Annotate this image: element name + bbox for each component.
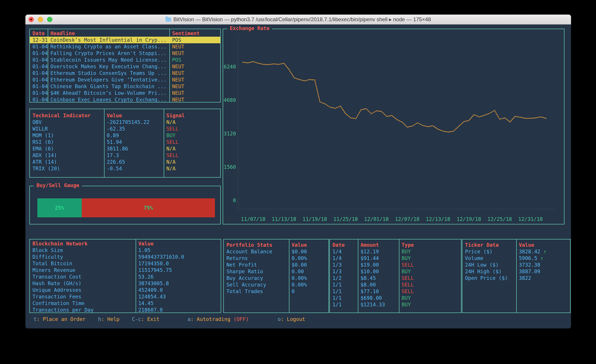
headlines-panel: Date Headline Sentiment 12-31 CoinDesk’s…: [29, 29, 221, 103]
titlebar[interactable]: BitVision — BitVision — python3.7 /usr/l…: [25, 15, 571, 24]
portfolio-stat-label: Net Profit: [224, 261, 289, 268]
headline-date[interactable]: 01-04: [30, 96, 48, 103]
indicator-name: TRIX (20): [30, 165, 104, 172]
headlines-col-headline: Headline: [48, 30, 169, 37]
portfolio-stat-label: Sharpe Ratio: [224, 268, 289, 275]
blockchain-network-panel: Blockchain Network Value Block Size 1.05…: [29, 239, 221, 313]
headline-text[interactable]: Coinbase Exec Leaves Crypto Exchang...: [48, 96, 169, 103]
indicator-signal: N/A: [164, 159, 220, 165]
trade-type: SELL: [399, 281, 461, 288]
portfolio-stats-panel: Portfolio Stats Value Account Balance $0…: [223, 239, 329, 313]
trades-col-date: Date: [330, 242, 358, 248]
trade-date: 1/3: [330, 261, 358, 268]
portfolio-col-value: Value: [289, 242, 328, 248]
blockchain-col-label: Blockchain Network: [30, 240, 136, 247]
headline-sentiment[interactable]: NEUT: [169, 76, 220, 83]
close-button[interactable]: [29, 17, 34, 22]
blockchain-col-value: Value: [136, 240, 221, 247]
headline-sentiment[interactable]: POS: [169, 57, 220, 63]
trade-date: 1/1: [330, 301, 358, 308]
headline-date[interactable]: 01-04: [30, 70, 48, 76]
headline-text[interactable]: Chinese Bank Giants Tap Blockchain ...: [48, 83, 169, 90]
menu-place-order[interactable]: t: Place an Order: [34, 316, 85, 322]
trade-amount: $19.00: [358, 261, 399, 268]
headline-text[interactable]: Falling Crypto Prices Aren't Stoppi...: [48, 50, 169, 57]
zoom-button[interactable]: [47, 17, 52, 22]
headline-sentiment[interactable]: NEUT: [169, 70, 220, 76]
headline-date[interactable]: 01-04: [30, 83, 48, 90]
indicator-signal: SELL: [164, 139, 220, 145]
exchange-rate-title: Exchange Rate: [227, 25, 272, 31]
headline-text[interactable]: Ethereum Studio ConsenSys Teams Up ...: [48, 70, 169, 76]
blockchain-stat-value: 11517945.75: [136, 267, 221, 274]
portfolio-stat-value: 0: [289, 288, 328, 295]
blockchain-stat-label: Transaction Fees: [30, 293, 136, 300]
trade-amount: $91.44: [358, 255, 399, 261]
trade-date: 1/1: [330, 288, 358, 295]
ticker-stat-value: 3822: [516, 275, 570, 281]
headline-text[interactable]: Stablecoin Issuers May Need License...: [48, 57, 169, 63]
svg-text:0: 0: [233, 197, 236, 203]
headline-text[interactable]: Overstock Makes Key Executive Chang...: [48, 63, 169, 70]
indicator-name: MOM (1): [30, 132, 104, 139]
headline-sentiment[interactable]: POS: [169, 37, 220, 43]
blockchain-stat-value: 124854.43: [136, 293, 221, 300]
ticker-data-panel: Ticker Data Value Price ($) 3828.42 ↑ Vo…: [462, 239, 571, 313]
trades-panel: Date Amount Type 1/4 $12.19 BUY 1/4: [329, 239, 462, 313]
indicator-name: EMA (6): [30, 145, 104, 152]
minimize-button[interactable]: [38, 17, 43, 22]
indicator-signal: SELL: [164, 126, 220, 132]
headline-sentiment[interactable]: NEUT: [169, 90, 220, 96]
exchange-rate-panel: Exchange Rate 0156031204680624011/07/181…: [223, 29, 564, 224]
blockchain-stat-value: 17194350.0: [136, 260, 221, 267]
up-arrow-icon: ↑: [540, 255, 544, 261]
blockchain-stat-label: Confirmation Time: [30, 300, 136, 307]
headline-date[interactable]: 12-31: [30, 37, 48, 43]
indicator-value: 226.65: [104, 159, 164, 165]
indicator-signal: N/A: [164, 145, 220, 152]
portfolio-stat-value: 0.00%: [289, 255, 328, 261]
indicator-name: ADX (14): [30, 152, 104, 159]
trade-date: 1/2: [330, 275, 358, 281]
headline-text[interactable]: $4K Ahead? Bitcoin’s Low-Volume Pri...: [48, 90, 169, 96]
indicator-value: -0.54: [104, 165, 164, 172]
gauge-sell-segment: 75%: [82, 198, 215, 217]
headline-date[interactable]: 01-04: [30, 43, 48, 50]
trade-amount: $1214.33: [358, 301, 399, 308]
svg-text:11/07/18: 11/07/18: [241, 216, 266, 222]
headline-sentiment[interactable]: NEUT: [169, 43, 220, 50]
trade-date: 1/3: [330, 268, 358, 275]
headline-sentiment[interactable]: NEUT: [169, 63, 220, 70]
indicator-name: ATR (14): [30, 159, 104, 165]
headline-date[interactable]: 01-04: [30, 76, 48, 83]
headline-sentiment[interactable]: NEUT: [169, 83, 220, 90]
blockchain-stat-label: Transaction Cost: [30, 274, 136, 280]
blockchain-stat-label: Hash Rate (GH/s): [30, 280, 136, 287]
ticker-stat-label: Open Price ($): [462, 275, 516, 281]
blockchain-stat-value: 1.05: [136, 247, 221, 253]
headline-date[interactable]: 01-04: [30, 90, 48, 96]
trade-date: 1/4: [330, 255, 358, 261]
trade-type: BUY: [399, 301, 461, 308]
headline-sentiment[interactable]: NEUT: [169, 50, 220, 57]
trade-amount: $8.00: [358, 281, 399, 288]
headline-text[interactable]: Ethereum Developers Give ‘Tentative...: [48, 76, 169, 83]
menu-exit[interactable]: C-c: Exit: [132, 316, 159, 322]
ticker-col-label: Ticker Data: [462, 242, 516, 248]
svg-text:12/31/18: 12/31/18: [518, 216, 543, 222]
headline-text[interactable]: Rethinking Crypto as an Asset Class...: [48, 43, 169, 50]
indicator-name: WILLR: [30, 126, 104, 132]
headline-date[interactable]: 01-04: [30, 50, 48, 57]
menu-autotrading[interactable]: a: Autotrading (OFF): [187, 316, 249, 322]
technical-col-name: Technical Indicator: [30, 112, 104, 119]
indicator-value: -62.35: [104, 126, 164, 132]
headline-sentiment[interactable]: NEUT: [169, 96, 220, 103]
blockchain-stat-value: 14.45: [136, 300, 221, 307]
blockchain-stat-value: 38743005.8: [136, 280, 221, 287]
menu-help[interactable]: h: Help: [98, 316, 119, 322]
headline-text[interactable]: CoinDesk’s Most Influential in Cryp...: [48, 37, 169, 43]
menu-logout[interactable]: o: Logout: [278, 316, 305, 322]
headline-date[interactable]: 01-04: [30, 57, 48, 63]
headline-date[interactable]: 01-04: [30, 63, 48, 70]
indicator-value: 51.94: [104, 139, 164, 145]
